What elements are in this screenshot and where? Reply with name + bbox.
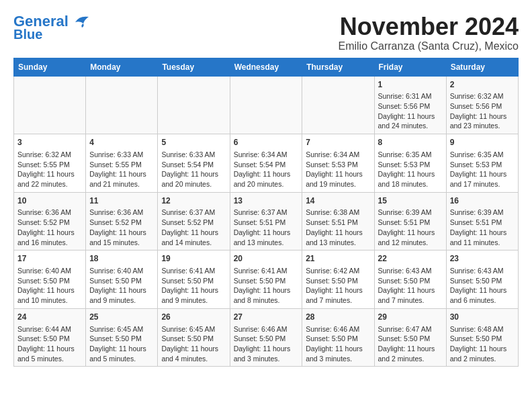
calendar-cell [86, 76, 158, 134]
calendar-cell: 1Sunrise: 6:31 AMSunset: 5:56 PMDaylight… [374, 76, 446, 134]
day-number: 3 [17, 137, 82, 148]
day-info: Sunset: 5:50 PM [161, 276, 226, 286]
calendar-cell: 2Sunrise: 6:32 AMSunset: 5:56 PMDaylight… [446, 76, 518, 134]
day-number: 24 [17, 312, 82, 323]
day-info: Sunset: 5:50 PM [17, 276, 82, 286]
day-info: Daylight: 11 hours and 9 minutes. [89, 285, 154, 305]
day-info: Daylight: 11 hours and 14 minutes. [161, 228, 226, 247]
day-info: Sunrise: 6:40 AM [17, 266, 82, 276]
calendar-cell: 5Sunrise: 6:33 AMSunset: 5:54 PMDaylight… [158, 134, 230, 193]
day-info: Sunrise: 6:34 AM [234, 150, 299, 160]
weekday-header-friday: Friday [374, 58, 446, 76]
weekday-header-saturday: Saturday [446, 58, 518, 76]
day-info: Sunset: 5:50 PM [17, 334, 82, 344]
weekday-header-monday: Monday [86, 58, 158, 76]
day-info: Sunrise: 6:36 AM [17, 208, 82, 218]
day-info: Daylight: 11 hours and 7 minutes. [306, 285, 370, 305]
calendar-cell: 15Sunrise: 6:39 AMSunset: 5:51 PMDayligh… [374, 192, 446, 250]
day-info: Daylight: 11 hours and 7 minutes. [378, 285, 443, 305]
day-info: Sunrise: 6:48 AM [450, 324, 515, 334]
day-info: Sunrise: 6:39 AM [450, 208, 515, 218]
day-info: Sunrise: 6:46 AM [234, 324, 299, 334]
day-number: 4 [89, 137, 154, 148]
day-info: Sunrise: 6:37 AM [234, 208, 299, 218]
day-info: Sunset: 5:55 PM [17, 160, 82, 170]
day-number: 19 [161, 253, 226, 265]
calendar-cell: 9Sunrise: 6:35 AMSunset: 5:53 PMDaylight… [446, 134, 518, 193]
page-header: General Blue November 2024 Emilio Carran… [13, 13, 519, 52]
day-number: 5 [161, 137, 226, 148]
day-info: Sunset: 5:50 PM [89, 334, 154, 344]
day-number: 17 [17, 253, 82, 265]
day-number: 15 [378, 195, 443, 207]
day-info: Daylight: 11 hours and 13 minutes. [306, 228, 370, 247]
day-info: Sunrise: 6:43 AM [378, 266, 443, 276]
calendar-cell: 12Sunrise: 6:37 AMSunset: 5:52 PMDayligh… [158, 192, 230, 250]
day-info: Sunset: 5:52 PM [17, 218, 82, 228]
day-info: Sunset: 5:50 PM [450, 334, 515, 344]
day-number: 10 [17, 195, 82, 207]
day-info: Sunset: 5:51 PM [234, 218, 299, 228]
day-number: 6 [234, 137, 299, 148]
day-number: 9 [450, 137, 515, 148]
day-info: Sunrise: 6:36 AM [89, 208, 154, 218]
day-info: Sunrise: 6:32 AM [17, 150, 82, 160]
calendar-cell: 27Sunrise: 6:46 AMSunset: 5:50 PMDayligh… [230, 308, 302, 367]
day-number: 20 [234, 253, 299, 265]
day-info: Sunrise: 6:42 AM [306, 266, 370, 276]
day-info: Sunset: 5:52 PM [161, 218, 226, 228]
calendar-cell: 18Sunrise: 6:40 AMSunset: 5:50 PMDayligh… [86, 250, 158, 309]
day-info: Sunrise: 6:47 AM [378, 324, 443, 334]
day-info: Sunrise: 6:31 AM [378, 91, 443, 101]
day-info: Sunset: 5:50 PM [306, 334, 370, 344]
day-info: Daylight: 11 hours and 8 minutes. [234, 285, 299, 305]
day-info: Sunrise: 6:45 AM [89, 324, 154, 334]
day-info: Daylight: 11 hours and 20 minutes. [234, 169, 299, 189]
calendar-cell: 13Sunrise: 6:37 AMSunset: 5:51 PMDayligh… [230, 192, 302, 250]
day-info: Sunset: 5:50 PM [450, 276, 515, 286]
day-info: Daylight: 11 hours and 10 minutes. [17, 285, 82, 305]
day-info: Daylight: 11 hours and 16 minutes. [17, 228, 82, 247]
calendar-cell: 28Sunrise: 6:46 AMSunset: 5:50 PMDayligh… [302, 308, 374, 367]
day-info: Sunrise: 6:40 AM [89, 266, 154, 276]
day-info: Sunset: 5:53 PM [450, 160, 515, 170]
day-info: Daylight: 11 hours and 3 minutes. [306, 344, 370, 363]
calendar-cell [302, 76, 374, 134]
day-info: Daylight: 11 hours and 2 minutes. [450, 344, 515, 363]
day-info: Sunrise: 6:44 AM [17, 324, 82, 334]
day-info: Daylight: 11 hours and 5 minutes. [17, 344, 82, 363]
day-number: 21 [306, 253, 370, 265]
day-info: Sunset: 5:50 PM [234, 334, 299, 344]
day-info: Daylight: 11 hours and 17 minutes. [450, 169, 515, 189]
day-info: Sunset: 5:50 PM [89, 276, 154, 286]
weekday-header-wednesday: Wednesday [230, 58, 302, 76]
day-info: Daylight: 11 hours and 5 minutes. [89, 344, 154, 363]
calendar-cell: 29Sunrise: 6:47 AMSunset: 5:50 PMDayligh… [374, 308, 446, 367]
day-info: Sunset: 5:54 PM [161, 160, 226, 170]
calendar-cell: 26Sunrise: 6:45 AMSunset: 5:50 PMDayligh… [158, 308, 230, 367]
calendar-cell [158, 76, 230, 134]
day-number: 13 [234, 195, 299, 207]
calendar-week-1: 1Sunrise: 6:31 AMSunset: 5:56 PMDaylight… [14, 76, 519, 134]
day-info: Sunrise: 6:43 AM [450, 266, 515, 276]
day-number: 12 [161, 195, 226, 207]
day-number: 27 [234, 312, 299, 323]
calendar-cell: 23Sunrise: 6:43 AMSunset: 5:50 PMDayligh… [446, 250, 518, 309]
calendar-cell: 6Sunrise: 6:34 AMSunset: 5:54 PMDaylight… [230, 134, 302, 193]
calendar-cell [14, 76, 86, 134]
day-info: Daylight: 11 hours and 18 minutes. [378, 169, 443, 189]
day-info: Sunrise: 6:37 AM [161, 208, 226, 218]
calendar-cell: 25Sunrise: 6:45 AMSunset: 5:50 PMDayligh… [86, 308, 158, 367]
day-info: Sunrise: 6:46 AM [306, 324, 370, 334]
day-info: Daylight: 11 hours and 15 minutes. [89, 228, 154, 247]
calendar-body: 1Sunrise: 6:31 AMSunset: 5:56 PMDaylight… [14, 76, 519, 367]
day-info: Sunrise: 6:41 AM [161, 266, 226, 276]
calendar-week-5: 24Sunrise: 6:44 AMSunset: 5:50 PMDayligh… [14, 308, 519, 367]
calendar-cell: 4Sunrise: 6:33 AMSunset: 5:55 PMDaylight… [86, 134, 158, 193]
day-info: Daylight: 11 hours and 20 minutes. [161, 169, 226, 189]
day-number: 29 [378, 312, 443, 323]
day-number: 28 [306, 312, 370, 323]
calendar-cell [230, 76, 302, 134]
calendar-week-4: 17Sunrise: 6:40 AMSunset: 5:50 PMDayligh… [14, 250, 519, 309]
calendar-cell: 24Sunrise: 6:44 AMSunset: 5:50 PMDayligh… [14, 308, 86, 367]
